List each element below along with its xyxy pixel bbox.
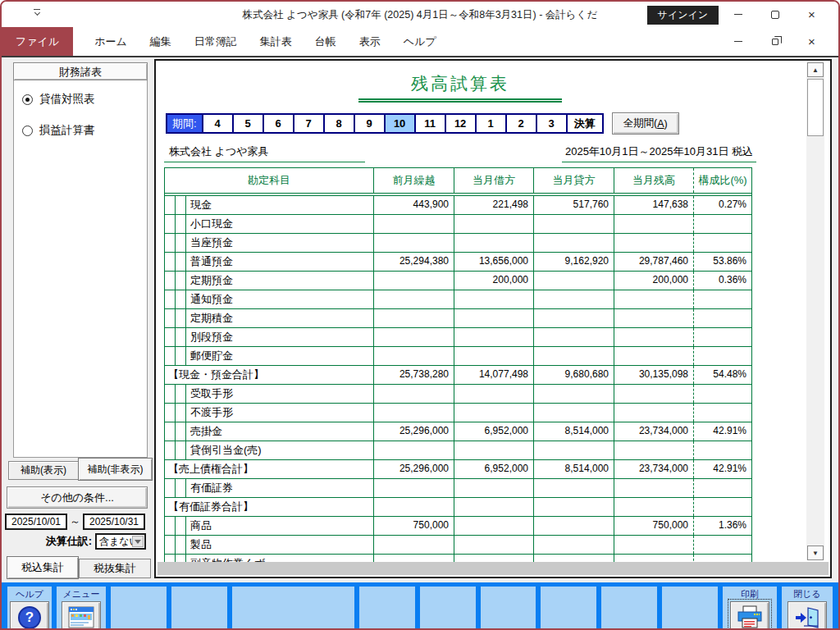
radio-balance-sheet[interactable]: 貸借対照表 — [22, 92, 139, 107]
tab-aux-hide[interactable]: 補助(非表示) — [78, 458, 153, 481]
content-area: 財務諸表 貸借対照表 損益計算書 補助(表示) 補助(非表示) その他の条件..… — [2, 56, 838, 581]
period-button-8[interactable]: 8 — [323, 115, 354, 132]
date-to-field[interactable]: 2025/10/31 — [83, 514, 145, 530]
company-name: 株式会社 よつや家具 — [164, 144, 365, 162]
closing-entries-dropdown[interactable]: 含まない — [95, 533, 146, 550]
child-minimize-button[interactable] — [719, 30, 756, 53]
period-button-11[interactable]: 11 — [414, 115, 445, 132]
closing-entries-label: 決算仕訳: — [46, 534, 92, 549]
table-row[interactable]: 貸倒引当金(売) — [165, 441, 751, 460]
column-header: 前月繰越 — [373, 168, 454, 193]
minimize-button[interactable] — [719, 3, 756, 26]
exit-door-icon — [794, 605, 820, 630]
menu-item[interactable]: 台帳 — [304, 34, 348, 49]
tab-tax-included[interactable]: 税込集計 — [7, 556, 79, 579]
radio-selected-icon — [22, 94, 33, 105]
table-row[interactable]: 小口現金 — [165, 215, 751, 234]
financial-statements-header: 財務諸表 — [13, 62, 148, 80]
tab-aux-show[interactable]: 補助(表示) — [8, 461, 79, 480]
table-row[interactable]: 現金443,900221,498517,760147,6380.27% — [165, 196, 751, 215]
period-button-5[interactable]: 5 — [232, 115, 262, 132]
table-row[interactable]: 定期積金 — [165, 309, 751, 328]
period-button-2[interactable]: 2 — [505, 115, 536, 132]
close-button[interactable]: × — [793, 3, 830, 26]
app-window: 株式会社 よつや家具 (令和7年 (2025) 4月1日～令和8年3月31日) … — [0, 0, 840, 630]
help-button[interactable]: ? — [10, 601, 49, 630]
close-icon: × — [808, 35, 815, 48]
other-conditions-button[interactable]: その他の条件... — [7, 486, 148, 509]
table-row[interactable]: 有価証券 — [165, 479, 751, 498]
period-label: 期間: — [167, 115, 202, 132]
toolbar-cell-empty — [171, 587, 227, 630]
period-button-9[interactable]: 9 — [354, 115, 384, 132]
close-icon: × — [808, 8, 815, 21]
menu-item[interactable]: 日常簿記 — [183, 34, 249, 49]
table-row[interactable]: 通知預金 — [165, 290, 751, 309]
trial-balance-table: 勘定科目前月繰越当月借方当月貸方当月残高構成比(%) 現金443,900221,… — [164, 167, 752, 569]
toolbar-cell-empty — [662, 587, 718, 630]
horizontal-scrollbar[interactable] — [158, 562, 829, 575]
scroll-up-icon[interactable]: ▲ — [807, 62, 824, 77]
date-from-field[interactable]: 2025/10/01 — [5, 514, 67, 530]
period-button-6[interactable]: 6 — [262, 115, 293, 132]
scroll-down-icon[interactable]: ▼ — [807, 546, 824, 560]
menu-item[interactable]: 表示 — [348, 34, 392, 49]
menu-item[interactable]: ホーム — [83, 34, 139, 49]
period-button-7[interactable]: 7 — [293, 115, 323, 132]
period-button-1[interactable]: 1 — [475, 115, 505, 132]
menu-item[interactable]: ヘルプ — [392, 34, 448, 49]
toolbar-cell-empty — [481, 587, 536, 630]
toolbar-cell-empty — [232, 587, 354, 630]
tab-tax-excluded[interactable]: 税抜集計 — [79, 559, 151, 578]
table-row[interactable]: 【売上債権合計】25,296,0006,952,0008,514,00023,7… — [165, 460, 751, 479]
aux-tabs: 補助(表示) 補助(非表示) — [7, 458, 151, 482]
menu-item[interactable]: 編集 — [139, 34, 183, 49]
table-row[interactable]: 当座預金 — [165, 234, 751, 253]
window-menu-icon — [68, 606, 94, 628]
table-row[interactable]: 不渡手形 — [165, 404, 751, 422]
menu-file-tab[interactable]: ファイル — [2, 27, 73, 56]
table-header: 勘定科目前月繰越当月借方当月貸方当月残高構成比(%) — [165, 168, 751, 194]
menu-button[interactable] — [62, 601, 101, 630]
menu-item[interactable]: 集計表 — [249, 34, 304, 49]
child-restore-button[interactable] — [756, 30, 793, 53]
toolbar-cell-empty — [420, 587, 476, 630]
function-toolbar: ヘルプ ? メニュー — [2, 581, 838, 630]
table-row[interactable]: 普通預金25,294,38013,656,0009,162,92029,787,… — [165, 253, 751, 272]
toolbar-cell-empty — [601, 587, 657, 630]
table-row[interactable]: 商品750,000750,0001.36% — [165, 517, 751, 536]
minimize-icon — [734, 41, 742, 42]
menu-bar: ファイル ホーム編集日常簿記集計表台帳表示ヘルプ × — [2, 27, 838, 56]
all-period-button[interactable]: 全期間(A) — [612, 112, 679, 135]
maximize-button[interactable] — [756, 3, 793, 26]
radio-profit-loss[interactable]: 損益計算書 — [22, 123, 139, 138]
report-title: 残高試算表 — [164, 72, 756, 95]
radio-unselected-icon — [22, 126, 33, 136]
table-row[interactable]: 【有価証券合計】 — [165, 498, 751, 517]
period-button-4[interactable]: 4 — [202, 115, 232, 132]
period-button-3[interactable]: 3 — [536, 115, 566, 132]
table-row[interactable]: 定期預金200,000200,0000.36% — [165, 272, 751, 290]
column-header: 構成比(%) — [693, 168, 751, 193]
vertical-scrollbar[interactable]: ▲ ▼ — [806, 62, 824, 560]
signin-button[interactable]: サインイン — [647, 6, 719, 25]
close-screen-button[interactable] — [788, 601, 827, 630]
sidebar: 財務諸表 貸借対照表 損益計算書 補助(表示) 補助(非表示) その他の条件..… — [2, 57, 154, 581]
period-button-closing[interactable]: 決算 — [566, 115, 602, 132]
print-button[interactable] — [730, 601, 769, 630]
table-row[interactable]: 売掛金25,296,0006,952,0008,514,00023,734,00… — [165, 422, 751, 441]
period-button-10[interactable]: 10 — [384, 115, 414, 132]
table-row[interactable]: 別段預金 — [165, 328, 751, 347]
period-button-12[interactable]: 12 — [445, 115, 475, 132]
table-row[interactable]: 【現金・預金合計】25,738,28014,077,4989,680,68030… — [165, 366, 751, 385]
child-close-button[interactable]: × — [793, 30, 830, 53]
toolbar-cell-empty — [111, 587, 167, 630]
column-header: 当月貸方 — [533, 168, 614, 193]
table-row[interactable]: 製品 — [165, 536, 751, 555]
column-header: 勘定科目 — [165, 168, 373, 193]
table-row[interactable]: 郵便貯金 — [165, 347, 751, 366]
scrollbar-thumb[interactable] — [807, 79, 824, 136]
toolbar-cell-print: 印刷 — [723, 587, 777, 630]
date-tilde: ～ — [70, 514, 80, 529]
table-row[interactable]: 受取手形 — [165, 385, 751, 404]
